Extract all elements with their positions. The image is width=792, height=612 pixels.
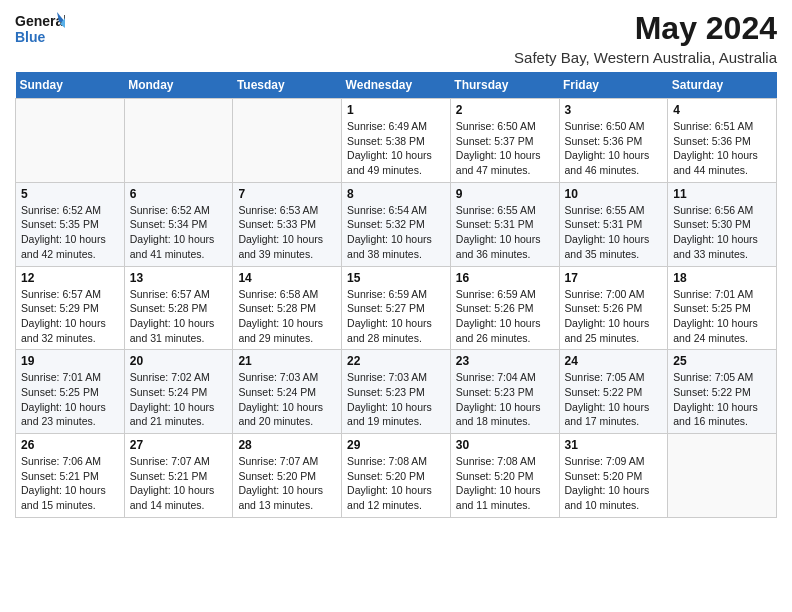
day-number: 4: [673, 103, 771, 117]
calendar-cell: 6Sunrise: 6:52 AMSunset: 5:34 PMDaylight…: [124, 182, 233, 266]
day-info: Sunrise: 7:08 AMSunset: 5:20 PMDaylight:…: [456, 454, 554, 513]
calendar-cell: 11Sunrise: 6:56 AMSunset: 5:30 PMDayligh…: [668, 182, 777, 266]
calendar-cell: 20Sunrise: 7:02 AMSunset: 5:24 PMDayligh…: [124, 350, 233, 434]
day-info: Sunrise: 6:56 AMSunset: 5:30 PMDaylight:…: [673, 203, 771, 262]
day-number: 13: [130, 271, 228, 285]
calendar-cell: [16, 99, 125, 183]
week-row-4: 19Sunrise: 7:01 AMSunset: 5:25 PMDayligh…: [16, 350, 777, 434]
calendar-cell: 16Sunrise: 6:59 AMSunset: 5:26 PMDayligh…: [450, 266, 559, 350]
title-section: May 2024 Safety Bay, Western Australia, …: [514, 10, 777, 66]
day-info: Sunrise: 7:00 AMSunset: 5:26 PMDaylight:…: [565, 287, 663, 346]
calendar-cell: 25Sunrise: 7:05 AMSunset: 5:22 PMDayligh…: [668, 350, 777, 434]
day-info: Sunrise: 7:02 AMSunset: 5:24 PMDaylight:…: [130, 370, 228, 429]
day-info: Sunrise: 7:01 AMSunset: 5:25 PMDaylight:…: [673, 287, 771, 346]
header-tuesday: Tuesday: [233, 72, 342, 99]
day-number: 1: [347, 103, 445, 117]
day-number: 25: [673, 354, 771, 368]
day-info: Sunrise: 7:09 AMSunset: 5:20 PMDaylight:…: [565, 454, 663, 513]
calendar-cell: 22Sunrise: 7:03 AMSunset: 5:23 PMDayligh…: [342, 350, 451, 434]
day-number: 11: [673, 187, 771, 201]
day-info: Sunrise: 6:52 AMSunset: 5:35 PMDaylight:…: [21, 203, 119, 262]
header-saturday: Saturday: [668, 72, 777, 99]
calendar-cell: [668, 434, 777, 518]
day-number: 2: [456, 103, 554, 117]
calendar-cell: 28Sunrise: 7:07 AMSunset: 5:20 PMDayligh…: [233, 434, 342, 518]
calendar-cell: 5Sunrise: 6:52 AMSunset: 5:35 PMDaylight…: [16, 182, 125, 266]
day-number: 9: [456, 187, 554, 201]
calendar-cell: 4Sunrise: 6:51 AMSunset: 5:36 PMDaylight…: [668, 99, 777, 183]
calendar-cell: 7Sunrise: 6:53 AMSunset: 5:33 PMDaylight…: [233, 182, 342, 266]
calendar-cell: 18Sunrise: 7:01 AMSunset: 5:25 PMDayligh…: [668, 266, 777, 350]
day-number: 18: [673, 271, 771, 285]
calendar-table: SundayMondayTuesdayWednesdayThursdayFrid…: [15, 72, 777, 518]
day-number: 30: [456, 438, 554, 452]
calendar-cell: 1Sunrise: 6:49 AMSunset: 5:38 PMDaylight…: [342, 99, 451, 183]
day-number: 31: [565, 438, 663, 452]
calendar-cell: 14Sunrise: 6:58 AMSunset: 5:28 PMDayligh…: [233, 266, 342, 350]
calendar-cell: [233, 99, 342, 183]
day-info: Sunrise: 7:05 AMSunset: 5:22 PMDaylight:…: [673, 370, 771, 429]
week-row-3: 12Sunrise: 6:57 AMSunset: 5:29 PMDayligh…: [16, 266, 777, 350]
calendar-cell: 30Sunrise: 7:08 AMSunset: 5:20 PMDayligh…: [450, 434, 559, 518]
day-number: 27: [130, 438, 228, 452]
header-thursday: Thursday: [450, 72, 559, 99]
day-info: Sunrise: 6:57 AMSunset: 5:29 PMDaylight:…: [21, 287, 119, 346]
calendar-cell: 12Sunrise: 6:57 AMSunset: 5:29 PMDayligh…: [16, 266, 125, 350]
header-sunday: Sunday: [16, 72, 125, 99]
day-info: Sunrise: 7:06 AMSunset: 5:21 PMDaylight:…: [21, 454, 119, 513]
day-number: 19: [21, 354, 119, 368]
day-info: Sunrise: 7:03 AMSunset: 5:24 PMDaylight:…: [238, 370, 336, 429]
day-info: Sunrise: 6:59 AMSunset: 5:27 PMDaylight:…: [347, 287, 445, 346]
day-info: Sunrise: 6:49 AMSunset: 5:38 PMDaylight:…: [347, 119, 445, 178]
day-info: Sunrise: 6:54 AMSunset: 5:32 PMDaylight:…: [347, 203, 445, 262]
week-row-1: 1Sunrise: 6:49 AMSunset: 5:38 PMDaylight…: [16, 99, 777, 183]
header-wednesday: Wednesday: [342, 72, 451, 99]
calendar-cell: 3Sunrise: 6:50 AMSunset: 5:36 PMDaylight…: [559, 99, 668, 183]
day-info: Sunrise: 7:04 AMSunset: 5:23 PMDaylight:…: [456, 370, 554, 429]
day-number: 28: [238, 438, 336, 452]
day-number: 12: [21, 271, 119, 285]
calendar-cell: 17Sunrise: 7:00 AMSunset: 5:26 PMDayligh…: [559, 266, 668, 350]
day-number: 14: [238, 271, 336, 285]
day-number: 20: [130, 354, 228, 368]
day-number: 15: [347, 271, 445, 285]
day-number: 22: [347, 354, 445, 368]
calendar-cell: 13Sunrise: 6:57 AMSunset: 5:28 PMDayligh…: [124, 266, 233, 350]
header-monday: Monday: [124, 72, 233, 99]
calendar-cell: 15Sunrise: 6:59 AMSunset: 5:27 PMDayligh…: [342, 266, 451, 350]
week-row-2: 5Sunrise: 6:52 AMSunset: 5:35 PMDaylight…: [16, 182, 777, 266]
day-info: Sunrise: 6:57 AMSunset: 5:28 PMDaylight:…: [130, 287, 228, 346]
svg-text:General: General: [15, 13, 65, 29]
calendar-cell: 19Sunrise: 7:01 AMSunset: 5:25 PMDayligh…: [16, 350, 125, 434]
calendar-cell: 26Sunrise: 7:06 AMSunset: 5:21 PMDayligh…: [16, 434, 125, 518]
calendar-cell: 23Sunrise: 7:04 AMSunset: 5:23 PMDayligh…: [450, 350, 559, 434]
header-friday: Friday: [559, 72, 668, 99]
day-info: Sunrise: 7:07 AMSunset: 5:20 PMDaylight:…: [238, 454, 336, 513]
day-info: Sunrise: 6:50 AMSunset: 5:36 PMDaylight:…: [565, 119, 663, 178]
day-number: 17: [565, 271, 663, 285]
day-info: Sunrise: 6:52 AMSunset: 5:34 PMDaylight:…: [130, 203, 228, 262]
header-row: SundayMondayTuesdayWednesdayThursdayFrid…: [16, 72, 777, 99]
calendar-cell: 31Sunrise: 7:09 AMSunset: 5:20 PMDayligh…: [559, 434, 668, 518]
day-number: 10: [565, 187, 663, 201]
day-number: 8: [347, 187, 445, 201]
week-row-5: 26Sunrise: 7:06 AMSunset: 5:21 PMDayligh…: [16, 434, 777, 518]
day-number: 29: [347, 438, 445, 452]
day-number: 23: [456, 354, 554, 368]
logo: General Blue: [15, 10, 65, 52]
calendar-cell: 10Sunrise: 6:55 AMSunset: 5:31 PMDayligh…: [559, 182, 668, 266]
day-info: Sunrise: 7:05 AMSunset: 5:22 PMDaylight:…: [565, 370, 663, 429]
day-info: Sunrise: 6:59 AMSunset: 5:26 PMDaylight:…: [456, 287, 554, 346]
day-info: Sunrise: 7:07 AMSunset: 5:21 PMDaylight:…: [130, 454, 228, 513]
page-header: General Blue May 2024 Safety Bay, Wester…: [15, 10, 777, 66]
day-number: 6: [130, 187, 228, 201]
day-number: 26: [21, 438, 119, 452]
logo-svg: General Blue: [15, 10, 65, 52]
calendar-cell: 2Sunrise: 6:50 AMSunset: 5:37 PMDaylight…: [450, 99, 559, 183]
day-info: Sunrise: 6:55 AMSunset: 5:31 PMDaylight:…: [565, 203, 663, 262]
day-info: Sunrise: 6:55 AMSunset: 5:31 PMDaylight:…: [456, 203, 554, 262]
page-subtitle: Safety Bay, Western Australia, Australia: [514, 49, 777, 66]
calendar-cell: 8Sunrise: 6:54 AMSunset: 5:32 PMDaylight…: [342, 182, 451, 266]
day-info: Sunrise: 6:51 AMSunset: 5:36 PMDaylight:…: [673, 119, 771, 178]
calendar-cell: 27Sunrise: 7:07 AMSunset: 5:21 PMDayligh…: [124, 434, 233, 518]
